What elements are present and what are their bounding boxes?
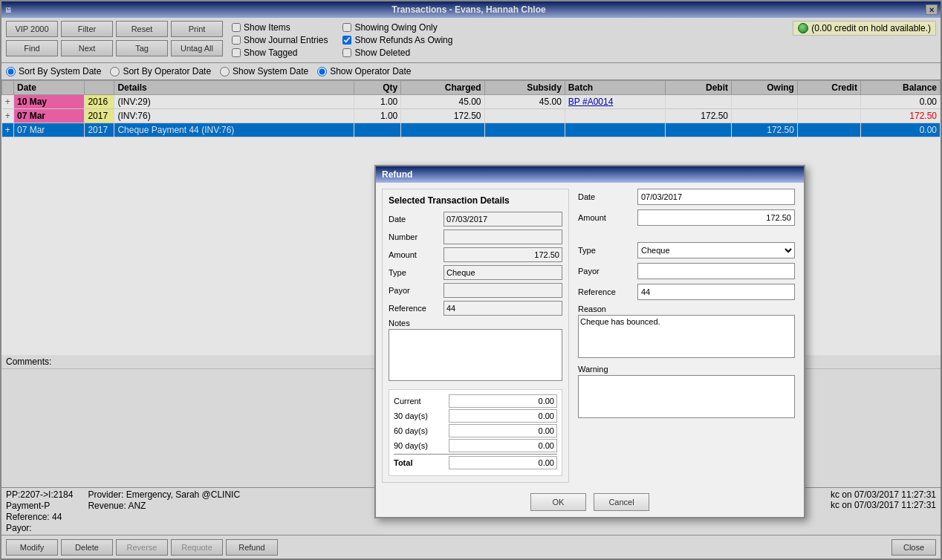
right-payor-row: Payor xyxy=(578,263,795,279)
aging-30-input[interactable] xyxy=(449,409,557,423)
notes-textarea[interactable] xyxy=(389,329,562,381)
selected-details-title: Selected Transaction Details xyxy=(389,195,562,206)
form-number-input[interactable] xyxy=(444,229,562,244)
ok-button[interactable]: OK xyxy=(530,493,586,511)
form-amount-input[interactable] xyxy=(444,247,562,262)
right-ref-input[interactable] xyxy=(637,284,795,300)
right-ref-row: Reference xyxy=(578,284,795,300)
aging-total-label: Total xyxy=(394,458,446,467)
right-type-row: Type Cheque Cash Credit Card EFTPOS xyxy=(578,242,795,258)
aging-90: 90 day(s) xyxy=(394,439,557,452)
aging-30: 30 day(s) xyxy=(394,409,557,423)
left-panel: Selected Transaction Details Date Number… xyxy=(382,189,569,483)
form-number-label: Number xyxy=(389,232,441,241)
aging-60-label: 60 day(s) xyxy=(394,426,446,435)
dialog-body: Selected Transaction Details Date Number… xyxy=(376,183,804,489)
dialog-overlay: Refund Selected Transaction Details Date… xyxy=(1,1,942,560)
dialog-buttons: OK Cancel xyxy=(376,489,804,517)
right-amount-label: Amount xyxy=(578,213,637,222)
right-type-select[interactable]: Cheque Cash Credit Card EFTPOS xyxy=(637,242,795,258)
aging-total-input[interactable] xyxy=(449,456,557,469)
cancel-button[interactable]: Cancel xyxy=(594,493,649,511)
warning-label: Warning xyxy=(578,365,795,374)
right-amount-input[interactable] xyxy=(637,209,795,226)
form-date-input[interactable] xyxy=(444,212,562,227)
form-row-reference: Reference xyxy=(389,301,562,316)
form-ref-label: Reference xyxy=(389,304,441,313)
form-ref-input[interactable] xyxy=(444,301,562,316)
form-row-type: Type xyxy=(389,265,562,280)
dialog-title-text: Refund xyxy=(382,169,412,180)
right-date-label: Date xyxy=(578,192,637,201)
form-row-amount: Amount xyxy=(389,247,562,262)
right-payor-label: Payor xyxy=(578,267,637,276)
right-date-row: Date xyxy=(578,189,795,205)
reason-label: Reason xyxy=(578,305,795,313)
form-amount-label: Amount xyxy=(389,250,441,259)
form-payor-label: Payor xyxy=(389,286,441,295)
aging-30-label: 30 day(s) xyxy=(394,411,446,420)
reason-textarea[interactable]: Cheque has bounced. xyxy=(578,315,795,358)
main-window: 🖥 Transactions - Evans, Hannah Chloe ✕ V… xyxy=(0,0,942,560)
dialog-title: Refund xyxy=(376,166,804,183)
aging-90-input[interactable] xyxy=(449,439,557,452)
form-row-payor: Payor xyxy=(389,283,562,298)
form-date-label: Date xyxy=(389,215,441,224)
form-row-number: Number xyxy=(389,229,562,244)
aging-current-input[interactable] xyxy=(449,394,557,408)
aging-total: Total xyxy=(394,454,557,469)
aging-90-label: 90 day(s) xyxy=(394,441,446,450)
aging-60-input[interactable] xyxy=(449,424,557,437)
aging-current-label: Current xyxy=(394,397,446,406)
form-row-date: Date xyxy=(389,212,562,227)
aging-section: Current 30 day(s) 60 day(s) 90 day( xyxy=(389,389,562,476)
right-date-input[interactable] xyxy=(637,189,795,205)
right-ref-label: Reference xyxy=(578,287,637,296)
right-amount-row: Amount xyxy=(578,209,795,226)
aging-60: 60 day(s) xyxy=(394,424,557,437)
form-type-input[interactable] xyxy=(444,265,562,280)
notes-label: Notes xyxy=(389,319,562,328)
refund-dialog: Refund Selected Transaction Details Date… xyxy=(374,165,805,518)
right-payor-input[interactable] xyxy=(637,263,795,279)
right-panel: Date Amount Type Cheque Cash Credit Card xyxy=(575,189,798,483)
form-type-label: Type xyxy=(389,268,441,277)
aging-current: Current xyxy=(394,394,557,408)
form-payor-input[interactable] xyxy=(444,283,562,298)
warning-textarea[interactable] xyxy=(578,375,795,418)
right-type-label: Type xyxy=(578,246,637,255)
